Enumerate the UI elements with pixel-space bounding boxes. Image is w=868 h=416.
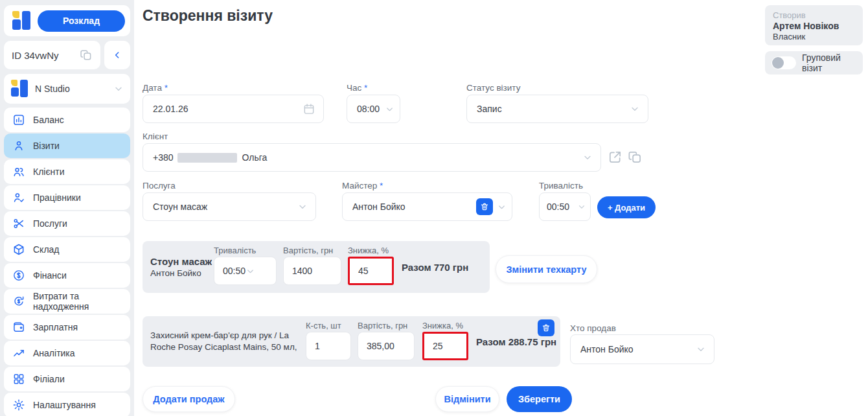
svc-price-value: 1400 [292,266,312,276]
product-price-value: 385,00 [367,341,394,351]
product-qty-value: 1 [315,341,320,351]
sidebar-item-clients[interactable]: Клієнти [4,159,130,184]
group-visit-toggle[interactable] [771,56,796,69]
sidebar-item-label: Послуги [33,218,67,229]
service-row-title: Стоун масаж Антон Бойко [150,256,212,278]
workspace-logo [10,80,29,98]
date-label: Дата * [143,83,168,93]
trend-icon [12,347,25,360]
sidebar-item-label: Витрати та надходження [33,291,122,312]
svc-duration-label: Тривалість [214,246,256,255]
svc-discount-value: 45 [358,266,369,276]
add-service-button[interactable]: + Додати [597,196,656,218]
sidebar-item-label: Філіали [33,374,65,384]
open-client-icon[interactable] [608,150,622,165]
product-name: Захисний крем-бар'єр для рук / La Roche … [150,330,310,353]
dollar-circle-icon [12,269,25,282]
master-value: Антон Бойко [352,202,405,212]
product-row-total: Разом 288.75 грн [476,336,556,347]
service-value: Стоун масаж [153,202,207,212]
person-check-icon [12,191,25,204]
seller-value: Антон Бойко [580,344,634,354]
redacted-phone [177,153,237,163]
workspace-name: N Studio [35,84,70,94]
trash-icon [480,202,489,211]
seller-select[interactable]: Антон Бойко [570,334,714,364]
client-select[interactable]: +380 Ольга [143,143,601,172]
workspace-selector[interactable]: N Studio [4,74,130,104]
product-discount-input[interactable]: 25 [422,332,468,360]
svc-duration-select[interactable]: 00:50 [214,257,277,285]
sidebar-item-visits[interactable]: Візити [4,133,130,158]
sidebar-item-analytics[interactable]: Аналітика [4,341,130,365]
sidebar-item-label: Працівники [33,192,81,203]
save-button[interactable]: Зберегти [507,386,572,412]
service-row-card: Стоун масаж Антон Бойко Тривалість 00:50… [143,241,490,293]
sidebar-item-settings[interactable]: Налаштування [4,393,130,416]
package-icon [12,243,25,256]
service-row-total: Разом 770 грн [402,262,468,273]
status-select[interactable]: Запис [466,95,648,123]
sidebar-item-label: Склад [33,244,60,255]
sidebar-item-salary[interactable]: Зарплатня [4,315,130,340]
time-select[interactable]: 08:00 [347,95,400,123]
service-label: Послуга [143,181,176,191]
people-icon [12,165,25,178]
cancel-button[interactable]: Відмінити [435,386,499,412]
sidebar-collapse-button[interactable] [104,41,130,69]
duration-select[interactable]: 00:50 [539,192,591,221]
master-select[interactable]: Антон Бойко [342,192,512,221]
chevron-down-icon [385,104,394,114]
sidebar-header: Розклад [4,5,130,36]
product-discount-label: Знижка, % [422,321,463,330]
product-qty-input[interactable]: 1 [306,332,351,360]
chevron-down-icon [696,344,706,354]
sidebar-item-balance[interactable]: Баланс [4,108,130,132]
copy-client-icon[interactable] [628,150,643,165]
product-row-card: Захисний крем-бар'єр для рук / La Roche … [143,316,560,367]
creator-caption: Створив [773,10,855,20]
time-label: Час * [347,83,367,93]
gear-icon [12,399,25,411]
creator-name: Артем Новіков [773,21,855,31]
duration-label: Тривалість [539,181,583,191]
sidebar-item-branches[interactable]: Філіали [4,367,130,391]
svc-price-input[interactable]: 1400 [283,257,341,285]
service-row-master: Антон Бойко [150,268,212,278]
sidebar-item-label: Фінанси [33,270,67,281]
sidebar-item-finance[interactable]: Фінанси [4,263,130,288]
creator-card: Створив Артем Новіков Власник [765,5,863,45]
chevron-down-icon [113,84,124,94]
schedule-button[interactable]: Розклад [38,10,125,32]
chevron-down-icon [246,266,255,276]
balance-chart-icon [12,113,25,126]
product-price-input[interactable]: 385,00 [358,332,415,360]
branch-id-text: ID 34vwNy [12,50,59,61]
chevron-left-icon [112,50,122,60]
remove-product-button[interactable] [538,319,554,336]
sidebar-item-services[interactable]: Послуги [4,211,130,236]
time-value: 08:00 [357,104,380,114]
client-phone-prefix: +380 [153,152,174,163]
wallet-icon [12,321,25,334]
trash-icon [542,323,551,332]
master-label: Майстер * [342,181,383,191]
sidebar-item-label: Налаштування [33,400,96,410]
sidebar-item-stock[interactable]: Склад [4,237,130,262]
sidebar-item-expenses[interactable]: Витрати та надходження [4,289,130,314]
person-icon [12,139,25,152]
service-select[interactable]: Стоун масаж [143,192,316,221]
remove-master-button[interactable] [476,198,493,215]
date-input[interactable]: 22.01.26 [143,95,324,123]
change-techcard-button[interactable]: Змінити техкарту [496,255,597,283]
sidebar-item-label: Аналітика [33,348,75,358]
svc-discount-input[interactable]: 45 [348,257,394,285]
client-label: Клієнт [143,132,168,141]
copy-id-icon[interactable] [80,49,93,62]
sidebar-item-employees[interactable]: Працівники [4,185,130,210]
product-discount-value: 25 [433,341,443,351]
sidebar-item-label: Зарплатня [33,322,78,332]
add-sale-button[interactable]: Додати продаж [143,386,235,412]
scissors-icon [12,217,25,230]
service-row-name: Стоун масаж [150,256,212,267]
